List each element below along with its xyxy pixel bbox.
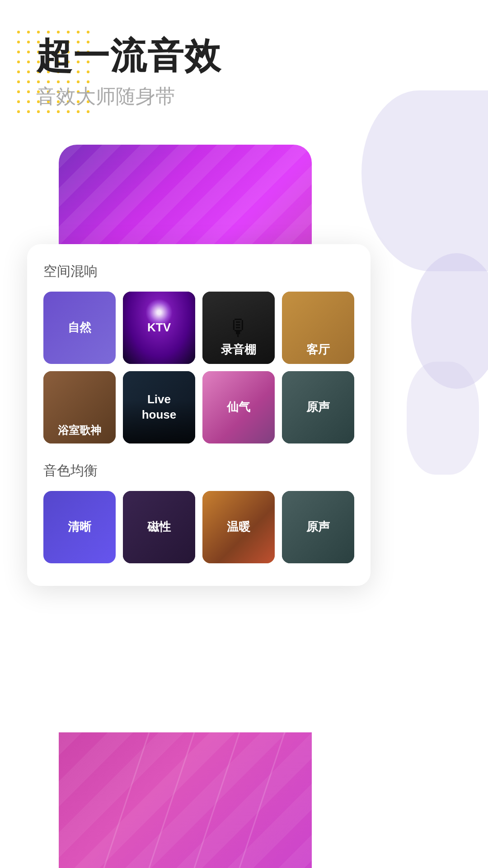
blob-decoration-mid <box>407 362 479 475</box>
page-subtitle: 音效大师随身带 <box>36 83 221 110</box>
spatial-reverb-label: 空间混响 <box>43 262 354 281</box>
svg-line-3 <box>239 732 285 868</box>
effect-tile-fairy[interactable]: 仙气 <box>202 371 275 443</box>
effect-tile-warm[interactable]: 温暖 <box>202 491 275 563</box>
effect-tile-clear-label: 清晰 <box>43 491 116 563</box>
effect-tile-nature-label: 自然 <box>43 292 116 364</box>
effect-tile-original1-label: 原声 <box>282 371 354 443</box>
effects-panel: 空间混响 自然 KTV 🎙 录音棚 客厅 浴室歌神 <box>27 244 371 586</box>
effect-tile-ktv-label: KTV <box>123 292 195 364</box>
effect-tile-bath[interactable]: 浴室歌神 <box>43 371 116 443</box>
blob-decoration-top <box>361 90 488 271</box>
effect-tile-studio-label: 录音棚 <box>202 292 275 364</box>
svg-line-1 <box>149 732 194 868</box>
equalizer-grid: 清晰 磁性 温暖 原声 <box>43 491 354 563</box>
spatial-reverb-grid: 自然 KTV 🎙 录音棚 客厅 浴室歌神 Livehouse <box>43 292 354 443</box>
effect-tile-ktv[interactable]: KTV <box>123 292 195 364</box>
effect-tile-livehouse-label: Livehouse <box>123 371 195 443</box>
effect-tile-living[interactable]: 客厅 <box>282 292 354 364</box>
page-title: 超一流音效 <box>36 36 221 76</box>
effect-tile-original1[interactable]: 原声 <box>282 371 354 443</box>
effect-tile-clear[interactable]: 清晰 <box>43 491 116 563</box>
effect-tile-magnetic-label: 磁性 <box>123 491 195 563</box>
effect-tile-nature[interactable]: 自然 <box>43 292 116 364</box>
effect-tile-fairy-label: 仙气 <box>202 371 275 443</box>
bottom-card-svg <box>59 732 312 868</box>
effect-tile-livehouse[interactable]: Livehouse <box>123 371 195 443</box>
effect-tile-original2[interactable]: 原声 <box>282 491 354 563</box>
equalizer-label: 音色均衡 <box>43 462 354 480</box>
effect-tile-studio[interactable]: 🎙 录音棚 <box>202 292 275 364</box>
effect-tile-living-label: 客厅 <box>282 292 354 364</box>
effect-tile-original2-label: 原声 <box>282 491 354 563</box>
effect-tile-magnetic[interactable]: 磁性 <box>123 491 195 563</box>
header: 超一流音效 音效大师随身带 <box>36 36 221 110</box>
svg-line-0 <box>104 732 149 868</box>
svg-line-2 <box>194 732 239 868</box>
effect-tile-bath-label: 浴室歌神 <box>43 371 116 443</box>
bottom-phone-card <box>59 732 312 868</box>
effect-tile-warm-label: 温暖 <box>202 491 275 563</box>
